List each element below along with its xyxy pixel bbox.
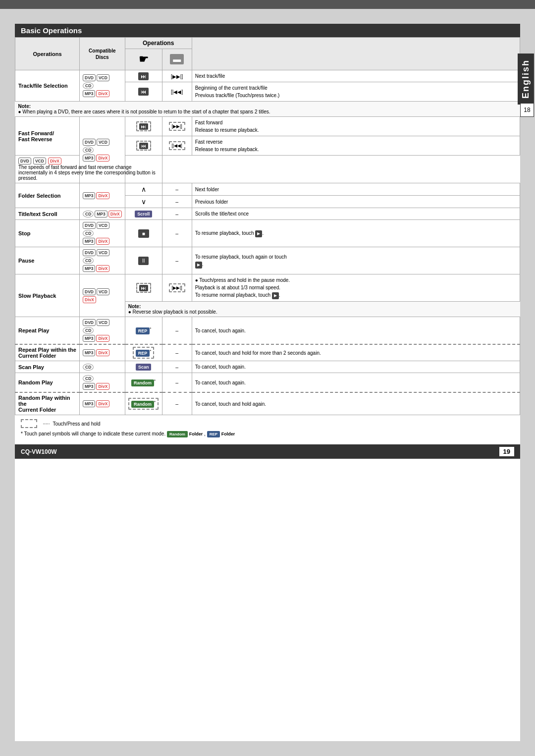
table-row: Slow Playback DVD VCD DivX ⏭: [15, 274, 520, 302]
badge-dvd: DVD: [83, 139, 96, 146]
badge-mp3: MP3: [83, 192, 95, 199]
remote-slow: [▶▶|]: [162, 274, 192, 302]
badge-dvd: DVD: [83, 249, 96, 256]
slow-remote-btn: [▶▶|]: [169, 283, 185, 292]
footer-note: * Touch panel symbols will change to ind…: [21, 431, 514, 437]
remote-stop: –: [162, 220, 192, 247]
col-header-operations-main: Operations: [125, 38, 192, 49]
next-track-btn[interactable]: ⏭: [138, 72, 149, 80]
play-icon-sm: ▶: [255, 230, 262, 237]
remote-repeat-folder: –: [162, 344, 192, 361]
prev-track-btn[interactable]: ⏮: [138, 88, 149, 96]
row-label-slow: Slow Playback: [15, 274, 80, 317]
hand-icon: ☛: [139, 53, 149, 65]
badge-vcd: VCD: [97, 319, 109, 326]
discs-scroll: CD MP3 DivX: [80, 208, 125, 220]
desc-ff: Fast forward Release to resume playback.: [192, 117, 520, 136]
discs-stop: DVD VCD CD MP3 DivX: [80, 220, 125, 247]
remote-scroll: –: [162, 208, 192, 220]
folder-label-2: Folder: [221, 432, 235, 436]
discs-repeat: DVD VCD CD MP3 DivX: [80, 317, 125, 345]
scroll-btn[interactable]: Scroll: [135, 211, 152, 217]
pause-btn[interactable]: II: [138, 257, 149, 265]
ff-dashed-btn[interactable]: ⏭: [136, 121, 151, 131]
random-btn[interactable]: Random: [131, 379, 154, 386]
touch-repeat: REP*: [125, 317, 162, 345]
folder-label-1: Folder: [189, 432, 203, 436]
desc-repeat-folder: To cancel, touch and hold for more than …: [192, 344, 520, 361]
discs-pause: DVD VCD CD MP3 DivX: [80, 247, 125, 274]
badge-divx: DivX: [96, 335, 109, 342]
badge-vcd: VCD: [97, 249, 109, 256]
remote-folder-down: –: [162, 196, 192, 208]
slow-note-cell: Note: ● Reverse slow playback is not pos…: [125, 302, 520, 317]
remote-random: –: [162, 373, 192, 393]
touch-fr: ⏮: [125, 136, 162, 156]
play-icon-sm-3: ▶: [272, 292, 279, 299]
remote-repeat: –: [162, 317, 192, 345]
discs-random: CD MP3 DivX: [80, 373, 125, 393]
model-name: CQ-VW100W: [21, 448, 57, 455]
badge-dvd: DVD: [83, 319, 96, 326]
desc-prev-track: Beginning of the current track/file Prev…: [192, 82, 520, 102]
desc-random-folder: To cancel, touch and hold again.: [192, 392, 520, 415]
desc-next-track: Next track/file: [192, 70, 520, 82]
legend-text: Touch/Press and hold: [53, 421, 100, 427]
stop-btn[interactable]: ■: [138, 229, 149, 238]
operations-table: Operations CompatibleDiscs Operations ☛ …: [15, 37, 520, 415]
random-folder-dashed-btn[interactable]: Random*: [128, 398, 159, 410]
legend-dot-line: ·····: [43, 421, 50, 427]
badge-vcd: VCD: [97, 139, 109, 146]
table-row: Repeat Play within theCurrent Folder MP3…: [15, 344, 520, 361]
track-note-cell: Note: ● When playing a DVD, there are ca…: [15, 102, 520, 117]
discs-repeat-folder: MP3 DivX: [80, 344, 125, 361]
track-note-row: Note: ● When playing a DVD, there are ca…: [15, 102, 520, 117]
col-header-desc: [192, 38, 520, 70]
touch-next-track: ⏭: [125, 70, 162, 82]
badge-mp3: MP3: [83, 335, 95, 342]
monitor-icon: ▬: [170, 54, 184, 64]
rep-folder-dashed-btn[interactable]: REP*: [133, 347, 155, 359]
badge-dvd: DVD: [83, 288, 96, 295]
touch-pause: II: [125, 247, 162, 274]
badge-divx: DivX: [108, 211, 122, 217]
table-row: Pause DVD VCD CD MP3 DivX: [15, 247, 520, 274]
badge-mp3: MP3: [83, 265, 95, 272]
discs-slow: DVD VCD DivX: [80, 274, 125, 317]
table-row: Random Play CD MP3 DivX Random*: [15, 373, 520, 393]
badge-cd: CD: [83, 147, 94, 154]
slow-dashed-btn[interactable]: ⏭: [136, 283, 151, 293]
touch-scroll: Scroll: [125, 208, 162, 220]
remote-prev-track: [|◀◀]: [162, 82, 192, 102]
badge-divx: DivX: [96, 383, 109, 390]
badge-cd: CD: [83, 82, 94, 89]
table-row: Fast Forward/Fast Reverse DVD VCD CD MP3…: [15, 117, 520, 136]
badge-divx: DivX: [96, 349, 109, 356]
touch-random-folder: Random*: [125, 392, 162, 415]
badge-divx: DivX: [83, 296, 96, 303]
ff-remote-btn: [▶▶|]: [169, 122, 185, 131]
touch-prev-track: ⏮: [125, 82, 162, 102]
remote-fr: [|◀◀]: [162, 136, 192, 156]
touch-folder-up: ∧: [125, 183, 162, 196]
badge-mp3: MP3: [83, 383, 95, 390]
footer-legend: ····· Touch/Press and hold: [21, 419, 514, 428]
badge-mp3: MP3: [83, 238, 95, 245]
row-label-random-folder: Random Play within theCurrent Folder: [15, 392, 80, 415]
touch-scan: Scan: [125, 361, 162, 373]
rep-btn[interactable]: REP: [136, 327, 150, 334]
scan-btn[interactable]: Scan: [136, 364, 152, 371]
table-row: Scan Play CD Scan – To cancel, touch aga…: [15, 361, 520, 373]
badge-divx: DivX: [96, 155, 109, 162]
fr-dashed-btn[interactable]: ⏮: [136, 141, 151, 151]
remote-scan: –: [162, 361, 192, 373]
fr-remote-btn: [|◀◀]: [169, 141, 185, 150]
col-header-operations: Operations: [15, 38, 80, 70]
badge-mp3: MP3: [83, 349, 95, 356]
badge-divx: DivX: [96, 400, 109, 407]
row-label-stop: Stop: [15, 220, 80, 247]
desc-stop: To resume playback, touch ▶.: [192, 220, 520, 247]
desc-random: To cancel, touch again.: [192, 373, 520, 393]
badge-mp3: MP3: [95, 211, 107, 217]
col-header-remote: ▬: [162, 49, 192, 70]
